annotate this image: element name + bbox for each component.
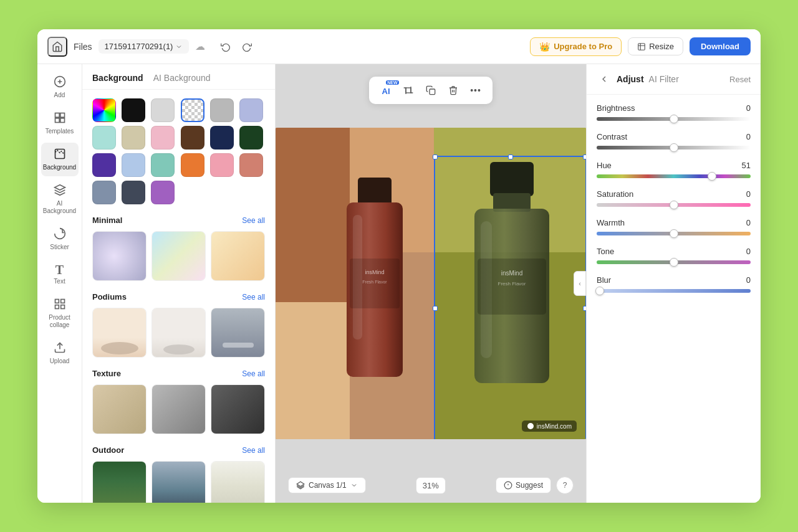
sidebar-item-product-collage[interactable]: Product collage <box>41 293 79 334</box>
blur-thumb[interactable] <box>595 287 604 295</box>
minimal-section-header: Minimal See all <box>92 216 265 225</box>
header-right: 👑 Upgrade to Pro Resize Download <box>530 37 751 56</box>
swatch-navy[interactable] <box>210 126 234 150</box>
sidebar-item-ai-background[interactable]: AI Background <box>41 179 79 220</box>
svg-text:Fresh Flavor: Fresh Flavor <box>362 280 387 284</box>
swatch-salmon[interactable] <box>239 153 263 177</box>
ai-filter-tab[interactable]: AI Filter <box>649 74 679 84</box>
texture-thumb-1[interactable] <box>92 384 147 434</box>
background-tab[interactable]: Background <box>92 73 143 83</box>
canvas-layers-button[interactable]: Canvas 1/1 <box>288 477 366 493</box>
outdoor-see-all[interactable]: See all <box>242 446 265 455</box>
help-button[interactable]: ? <box>556 477 574 494</box>
swatch-lightpink[interactable] <box>210 153 234 177</box>
swatch-orange[interactable] <box>181 153 204 177</box>
minimal-title: Minimal <box>92 216 122 225</box>
side-panel: Background AI Background <box>82 64 276 503</box>
swatch-lightblue2[interactable] <box>122 153 145 177</box>
brightness-value: 0 <box>746 103 751 113</box>
swatch-lightgray[interactable] <box>151 98 175 122</box>
ai-background-tab[interactable]: AI Background <box>153 73 211 83</box>
hue-thumb[interactable] <box>708 172 716 181</box>
podiums-see-all[interactable]: See all <box>242 293 265 302</box>
adjust-tab[interactable]: Adjust <box>617 74 644 84</box>
crop-tool-button[interactable] <box>398 80 419 101</box>
swatch-darkgreen[interactable] <box>239 126 263 150</box>
home-button[interactable] <box>47 37 67 57</box>
sidebar-item-upload[interactable]: Upload <box>41 336 79 370</box>
swatch-teal[interactable] <box>151 153 175 177</box>
reset-button[interactable]: Reset <box>729 75 751 84</box>
ai-background-label: AI Background <box>43 200 76 215</box>
sidebar-item-add[interactable]: Add <box>41 70 79 104</box>
podium-thumb-2[interactable] <box>151 308 206 358</box>
download-button[interactable]: Download <box>690 37 751 55</box>
upgrade-pro-button[interactable]: 👑 Upgrade to Pro <box>530 37 622 56</box>
saturation-thumb[interactable] <box>670 201 678 209</box>
outdoor-thumb-3[interactable] <box>211 461 265 503</box>
swatch-purple[interactable] <box>92 153 116 177</box>
swatch-pink[interactable] <box>151 126 175 150</box>
texture-see-all[interactable]: See all <box>242 369 265 378</box>
tone-slider[interactable] <box>597 260 751 264</box>
minimal-see-all[interactable]: See all <box>242 216 265 225</box>
texture-thumb-2[interactable] <box>151 384 206 434</box>
file-name-button[interactable]: 1715911770291(1) <box>99 39 190 54</box>
suggest-button[interactable]: Suggest <box>496 477 551 493</box>
sidebar-item-sticker[interactable]: Sticker <box>41 222 79 256</box>
podium-thumb-3[interactable] <box>211 308 265 358</box>
swatch-transparent[interactable] <box>181 98 204 122</box>
minimal-thumb-1[interactable] <box>92 231 147 281</box>
minimal-thumb-3[interactable] <box>211 231 265 281</box>
swatch-steel[interactable] <box>92 181 116 204</box>
podium-thumb-1[interactable] <box>92 308 147 358</box>
swatch-midgray[interactable] <box>210 98 234 122</box>
main-body: Add Templates Background AI Background <box>37 64 761 503</box>
ai-tool-button[interactable]: AI NEW <box>375 80 397 101</box>
left-nav: Add Templates Background AI Background <box>37 64 82 503</box>
delete-tool-button[interactable] <box>443 80 464 101</box>
blur-row: Blur 0 <box>597 275 751 293</box>
outdoor-thumb-1[interactable] <box>92 461 147 503</box>
more-tool-button[interactable]: ••• <box>465 80 486 101</box>
texture-thumb-3[interactable] <box>211 384 265 434</box>
sidebar-item-background[interactable]: Background <box>41 143 79 176</box>
swatch-black[interactable] <box>122 98 145 122</box>
sidebar-item-text[interactable]: T Text <box>41 259 79 290</box>
swatch-charcoal[interactable] <box>122 181 145 204</box>
swatch-tan[interactable] <box>122 126 145 150</box>
brightness-slider[interactable] <box>597 117 751 121</box>
contrast-slider[interactable] <box>597 146 751 150</box>
blur-slider[interactable] <box>597 289 751 293</box>
warmth-label: Warmth <box>597 218 625 227</box>
product-left[interactable]: insMind Fresh Flavor <box>334 178 415 389</box>
warmth-thumb[interactable] <box>670 229 678 238</box>
product-right[interactable]: insMind Fresh Flavor <box>462 162 562 399</box>
tone-value: 0 <box>746 247 751 256</box>
redo-button[interactable] <box>238 37 256 56</box>
outdoor-thumb-2[interactable] <box>151 461 206 503</box>
minimal-thumb-2[interactable] <box>151 231 206 281</box>
swatch-violet[interactable] <box>151 181 175 204</box>
watermark: insMind.com <box>522 420 577 432</box>
contrast-thumb[interactable] <box>670 143 678 152</box>
saturation-slider[interactable] <box>597 203 751 207</box>
svg-rect-31 <box>490 162 534 196</box>
brightness-thumb[interactable] <box>670 115 678 123</box>
resize-button[interactable]: Resize <box>628 37 683 55</box>
swatch-lavender[interactable] <box>239 98 263 122</box>
hue-row: Hue 51 <box>597 161 751 178</box>
canvas-zoom-level: 31% <box>416 477 446 494</box>
sidebar-item-templates[interactable]: Templates <box>41 107 79 140</box>
collapse-panel-button[interactable]: ‹ <box>574 271 586 296</box>
duplicate-tool-button[interactable] <box>420 80 441 101</box>
warmth-slider[interactable] <box>597 232 751 235</box>
hue-slider[interactable] <box>597 174 751 178</box>
swatch-brown[interactable] <box>181 126 204 150</box>
tone-thumb[interactable] <box>670 258 678 267</box>
undo-button[interactable] <box>216 37 235 56</box>
swatch-mint[interactable] <box>92 126 116 150</box>
files-label[interactable]: Files <box>74 42 92 52</box>
swatch-rainbow[interactable] <box>92 98 116 122</box>
back-button[interactable] <box>597 72 612 87</box>
